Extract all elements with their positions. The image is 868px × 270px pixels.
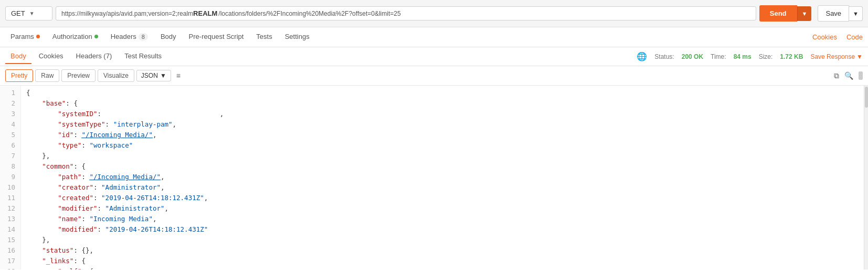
fmt-preview-button[interactable]: Preview: [61, 69, 96, 82]
headers-badge: 8: [139, 33, 148, 40]
url-path: /locations/folders/%2FIncoming%20Media%2…: [218, 10, 400, 17]
method-chevron: ▼: [29, 11, 35, 16]
tab-pre-request-label: Pre-request Script: [189, 33, 244, 40]
res-tab-body-label: Body: [10, 52, 26, 60]
save-response-label: Save Response: [810, 53, 855, 60]
fmt-raw-button[interactable]: Raw: [35, 69, 59, 82]
tab-params[interactable]: Params: [5, 28, 45, 46]
url-bar: GET ▼ https://milkyway/apis/avid.pam;ver…: [0, 0, 868, 27]
tab-settings-label: Settings: [285, 33, 310, 40]
json-response-container: 123456789101112131415161718 { "base": { …: [0, 86, 868, 269]
response-status: 🌐 Status: 200 OK Time: 84 ms Size: 1.72 …: [637, 51, 863, 61]
globe-icon: 🌐: [637, 51, 647, 61]
time-value: 84 ms: [734, 53, 751, 60]
method-select[interactable]: GET ▼: [5, 6, 52, 20]
status-label: Status:: [654, 53, 674, 60]
res-tab-body[interactable]: Body: [5, 49, 31, 64]
wrap-icon[interactable]: ≡: [173, 70, 184, 81]
tab-body[interactable]: Body: [155, 28, 182, 46]
format-bar: Pretty Raw Preview Visualize JSON ▼ ≡ ⧉ …: [0, 66, 868, 86]
res-tab-headers-label: Headers (7): [76, 52, 112, 60]
url-prefix: https://milkyway/apis/avid.pam;version=2…: [61, 10, 193, 17]
scroll-resize-handle[interactable]: [859, 71, 863, 80]
status-value: 200 OK: [682, 53, 703, 60]
tab-settings[interactable]: Settings: [280, 28, 315, 46]
size-value: 1.72 KB: [780, 53, 803, 60]
time-label: Time:: [711, 53, 726, 60]
save-button-group: Save ▼: [814, 5, 863, 22]
format-type-select[interactable]: JSON ▼: [136, 70, 171, 81]
tab-authorization[interactable]: Authorization: [47, 28, 103, 46]
res-tab-cookies-label: Cookies: [39, 52, 63, 60]
save-button[interactable]: Save: [818, 5, 849, 22]
tab-authorization-label: Authorization: [52, 33, 92, 40]
json-content[interactable]: { "base": { "systemID": , "systemType": …: [21, 86, 864, 269]
line-numbers: 123456789101112131415161718: [0, 86, 21, 269]
url-realm: REALM: [193, 9, 217, 17]
fmt-visualize-button[interactable]: Visualize: [98, 69, 134, 82]
save-response-chevron: ▼: [856, 53, 863, 60]
save-dropdown-button[interactable]: ▼: [849, 6, 863, 21]
tab-headers[interactable]: Headers 8: [105, 28, 153, 46]
res-tab-headers[interactable]: Headers (7): [71, 49, 118, 64]
cookies-link[interactable]: Cookies: [812, 33, 837, 41]
authorization-dot: [94, 35, 98, 38]
tab-tests[interactable]: Tests: [251, 28, 277, 46]
send-button-group: Send ▼: [759, 5, 812, 22]
res-tab-test-results[interactable]: Test Results: [119, 49, 167, 64]
copy-icon[interactable]: ⧉: [834, 71, 839, 80]
request-tabs: Params Authorization Headers 8 Body Pre-…: [0, 27, 868, 47]
scroll-thumb[interactable]: [865, 87, 868, 108]
format-type-chevron: ▼: [160, 72, 166, 79]
tab-tests-label: Tests: [256, 33, 272, 40]
search-icon[interactable]: 🔍: [844, 71, 853, 80]
tab-body-label: Body: [161, 33, 176, 40]
tab-headers-label: Headers: [111, 33, 136, 40]
code-link[interactable]: Code: [846, 33, 863, 41]
tab-pre-request-script[interactable]: Pre-request Script: [184, 28, 249, 46]
tab-params-label: Params: [10, 33, 34, 40]
send-dropdown-button[interactable]: ▼: [797, 6, 812, 21]
method-value: GET: [11, 9, 25, 17]
format-type-label: JSON: [141, 72, 158, 79]
url-input[interactable]: https://milkyway/apis/avid.pam;version=2…: [56, 6, 756, 20]
scroll-bar[interactable]: [864, 86, 868, 269]
response-tabs: Body Cookies Headers (7) Test Results 🌐 …: [0, 47, 868, 66]
params-dot: [36, 35, 40, 38]
fmt-pretty-button[interactable]: Pretty: [5, 69, 33, 82]
res-tab-cookies[interactable]: Cookies: [34, 49, 69, 64]
send-button[interactable]: Send: [759, 5, 797, 22]
res-tab-test-results-label: Test Results: [124, 52, 162, 60]
size-label: Size:: [759, 53, 773, 60]
save-response-button[interactable]: Save Response ▼: [810, 53, 863, 60]
